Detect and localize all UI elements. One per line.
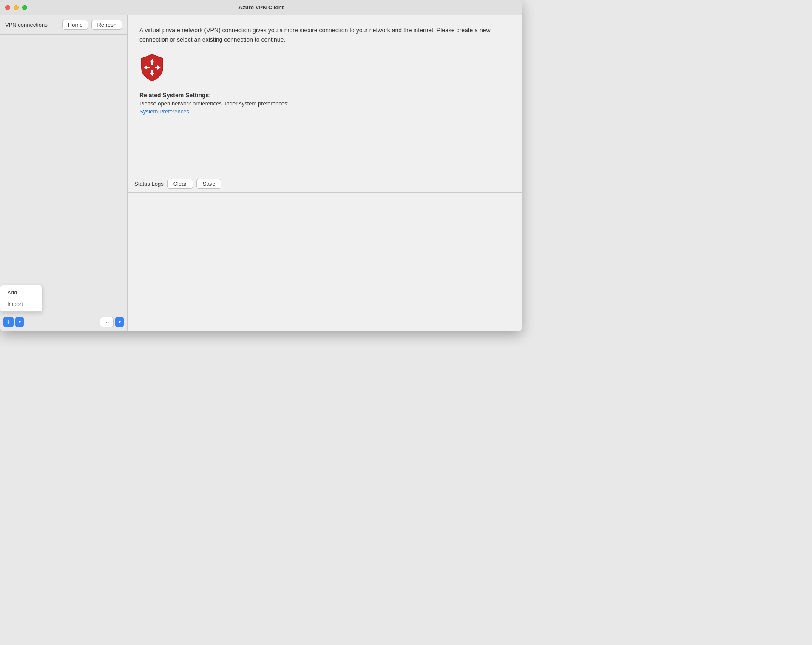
add-dropdown-arrow[interactable]: ▾	[15, 317, 24, 327]
sidebar: VPN connections Home Refresh Add Import …	[0, 15, 128, 331]
dropdown-add-item[interactable]: Add	[0, 287, 42, 298]
close-button[interactable]	[5, 5, 10, 10]
traffic-lights	[5, 5, 27, 10]
sidebar-header: VPN connections Home Refresh	[0, 15, 127, 35]
description-text: A virtual private network (VPN) connecti…	[139, 25, 510, 45]
system-preferences-link[interactable]: System Preferences	[139, 108, 189, 115]
window-title: Azure VPN Client	[238, 4, 284, 11]
vpn-shield-icon	[139, 53, 165, 82]
chevron-down-icon-2: ▾	[119, 320, 121, 324]
main-panel: A virtual private network (VPN) connecti…	[128, 15, 522, 331]
status-logs-label: Status Logs	[134, 181, 164, 187]
related-settings-title: Related System Settings:	[139, 92, 510, 99]
title-bar: Azure VPN Client	[0, 0, 522, 15]
status-logs-bar: Status Logs Clear Save	[128, 175, 522, 193]
shield-container	[139, 53, 510, 83]
sidebar-footer-wrapper: Add Import + ▾ ··· ▾	[0, 312, 127, 331]
related-settings-desc: Please open network preferences under sy…	[139, 100, 510, 107]
sidebar-label: VPN connections	[5, 22, 59, 28]
sidebar-content	[0, 35, 127, 312]
refresh-button[interactable]: Refresh	[91, 20, 122, 30]
app-body: VPN connections Home Refresh Add Import …	[0, 15, 522, 331]
home-button[interactable]: Home	[62, 20, 88, 30]
maximize-button[interactable]	[22, 5, 27, 10]
minimize-button[interactable]	[14, 5, 19, 10]
dropdown-import-item[interactable]: Import	[0, 298, 42, 310]
main-content: A virtual private network (VPN) connecti…	[128, 15, 522, 175]
more-options-dropdown-arrow[interactable]: ▾	[115, 317, 124, 327]
add-button[interactable]: +	[3, 317, 14, 327]
chevron-down-icon: ▾	[19, 320, 21, 324]
logs-content	[128, 193, 522, 332]
add-import-dropdown: Add Import	[0, 285, 43, 312]
more-options-button[interactable]: ···	[100, 317, 114, 327]
save-button[interactable]: Save	[196, 179, 222, 189]
related-settings: Related System Settings: Please open net…	[139, 92, 510, 115]
sidebar-footer: + ▾ ··· ▾	[0, 312, 127, 331]
clear-button[interactable]: Clear	[167, 179, 193, 189]
